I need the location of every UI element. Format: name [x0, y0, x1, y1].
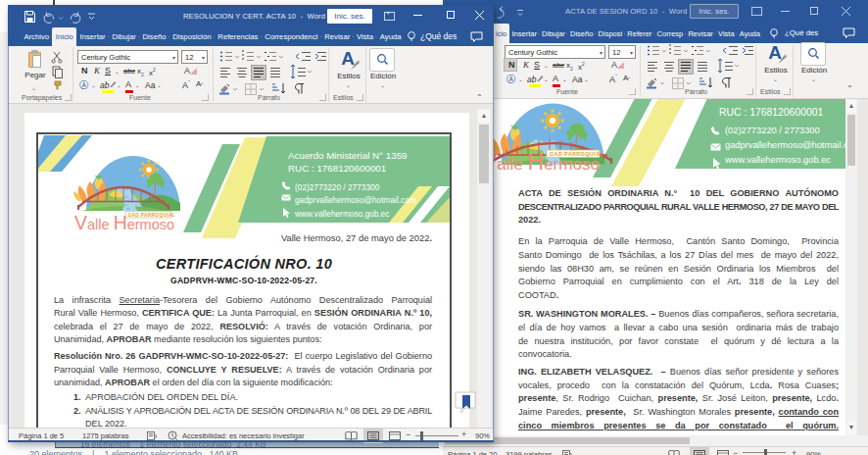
svg-text:RUC : 1768120600001: RUC : 1768120600001 — [719, 107, 824, 118]
svg-text:gadprvallehermoso@hotmail.com: gadprvallehermoso@hotmail.com — [725, 140, 845, 150]
svg-text:(02)2773220 / 2773300: (02)2773220 / 2773300 — [725, 126, 820, 135]
svg-text:www.vallehermoso.gob.ec: www.vallehermoso.gob.ec — [724, 155, 831, 165]
